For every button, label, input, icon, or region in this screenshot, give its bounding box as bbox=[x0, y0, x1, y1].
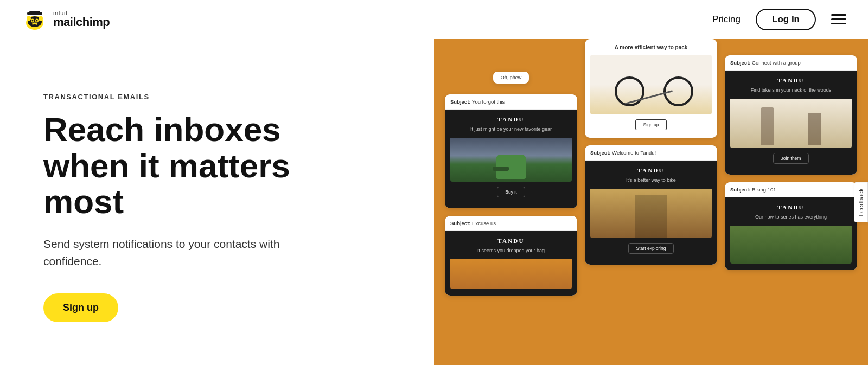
hero-section: TRANSACTIONAL EMAILS Reach inboxes when … bbox=[0, 39, 434, 365]
email-card-efficient: A more efficient way to pack Sign up bbox=[585, 39, 717, 138]
mailchimp-logo-icon bbox=[22, 7, 48, 33]
logo-text: intuit mailchimp bbox=[53, 10, 110, 28]
email-card-welcome: Subject: Welcome to Tandu! Tandu It's a … bbox=[585, 145, 717, 265]
start-exploring-cta[interactable]: Start exploring bbox=[628, 243, 674, 254]
svg-point-8 bbox=[39, 16, 43, 21]
email-card-excuse: Subject: Excuse us... Tandu It seems you… bbox=[445, 216, 577, 296]
main-layout: TRANSACTIONAL EMAILS Reach inboxes when … bbox=[0, 39, 868, 365]
svg-point-5 bbox=[36, 20, 38, 21]
pricing-link[interactable]: Pricing bbox=[712, 14, 741, 25]
login-button[interactable]: Log In bbox=[756, 9, 816, 30]
hero-subtitle: Send system notifications to your contac… bbox=[43, 235, 293, 270]
svg-point-7 bbox=[27, 16, 31, 21]
email-card-biking101: Subject: Biking 101 Tandu Our how-to ser… bbox=[725, 182, 857, 271]
email-column-2: A more efficient way to pack Sign up bbox=[585, 39, 717, 365]
navigation: intuit mailchimp Pricing Log In bbox=[0, 0, 868, 39]
join-them-cta[interactable]: Join them bbox=[773, 153, 809, 164]
hero-visual: Oh, phew Subject: You forgot this Tandu … bbox=[434, 39, 868, 365]
email-columns: Oh, phew Subject: You forgot this Tandu … bbox=[434, 39, 868, 365]
hero-title: Reach inboxes when it matters most bbox=[43, 112, 347, 221]
svg-rect-10 bbox=[29, 11, 40, 14]
learn-more-cta[interactable]: Sign up bbox=[635, 119, 667, 130]
feedback-label[interactable]: Feedback bbox=[854, 182, 868, 222]
buy-it-cta[interactable]: Buy it bbox=[497, 187, 525, 197]
hero-eyebrow: TRANSACTIONAL EMAILS bbox=[43, 93, 401, 101]
mailchimp-label: mailchimp bbox=[53, 16, 110, 28]
feedback-tab-wrapper: Feedback bbox=[854, 182, 868, 222]
nav-right: Pricing Log In bbox=[712, 9, 846, 30]
signup-button[interactable]: Sign up bbox=[43, 293, 118, 322]
email-column-1: Oh, phew Subject: You forgot this Tandu … bbox=[445, 72, 577, 365]
email-column-3: Subject: Connect with a group Tandu Find… bbox=[725, 55, 857, 365]
oh-phew-card: Oh, phew bbox=[493, 72, 529, 84]
logo[interactable]: intuit mailchimp bbox=[22, 7, 110, 33]
svg-point-4 bbox=[32, 20, 34, 21]
hamburger-menu-icon[interactable] bbox=[831, 14, 846, 24]
email-card-forgot: Subject: You forgot this Tandu It just m… bbox=[445, 94, 577, 208]
email-card-connect: Subject: Connect with a group Tandu Find… bbox=[725, 55, 857, 175]
